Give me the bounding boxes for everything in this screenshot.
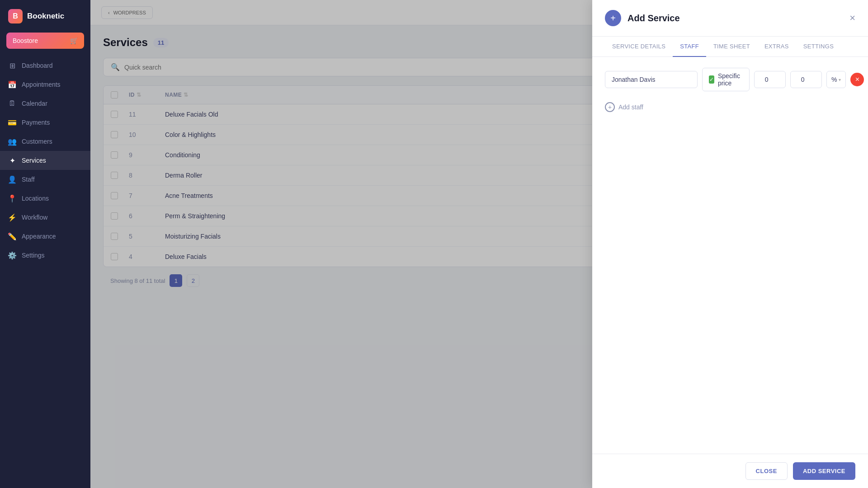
tab-staff[interactable]: STAFF (673, 37, 706, 57)
payments-icon: 💳 (8, 118, 16, 127)
percent-label: % (831, 76, 837, 83)
sidebar-label-dashboard: Dashboard (22, 62, 53, 69)
staff-row: ✓ Specific price % ▾ × (605, 68, 855, 91)
sidebar-label-staff: Staff (22, 176, 35, 183)
sidebar-item-appearance[interactable]: ✏️ Appearance (0, 227, 90, 246)
sidebar-item-calendar[interactable]: 🗓 Calendar (0, 94, 90, 113)
modal-body: ✓ Specific price % ▾ × + Add staff (592, 57, 868, 454)
sidebar-label-customers: Customers (22, 138, 52, 145)
sidebar-item-locations[interactable]: 📍 Locations (0, 189, 90, 208)
sidebar-label-locations: Locations (22, 195, 49, 202)
sidebar: B Booknetic Boostore 🛒 ⊞ Dashboard 📅 App… (0, 0, 90, 488)
add-staff-label: Add staff (618, 103, 643, 111)
sidebar-label-settings: Settings (22, 252, 45, 259)
calendar-icon: 🗓 (8, 99, 16, 108)
services-icon: ✦ (8, 156, 16, 164)
add-service-button[interactable]: ADD SERVICE (793, 462, 855, 480)
sidebar-label-payments: Payments (22, 119, 50, 126)
sidebar-label-workflow: Workflow (22, 214, 47, 221)
specific-price-checkbox[interactable]: ✓ (709, 75, 714, 84)
sidebar-item-settings[interactable]: ⚙️ Settings (0, 246, 90, 265)
sidebar-label-appearance: Appearance (22, 233, 56, 240)
appearance-icon: ✏️ (8, 232, 16, 240)
workflow-icon: ⚡ (8, 213, 16, 221)
remove-staff-button[interactable]: × (850, 73, 864, 86)
close-modal-button[interactable]: × (849, 13, 855, 23)
specific-price-label: Specific price (718, 72, 743, 87)
tab-service-details[interactable]: SERVICE DETAILS (605, 37, 673, 57)
sidebar-label-appointments: Appointments (22, 81, 61, 88)
customers-icon: 👥 (8, 137, 16, 145)
sidebar-label-services: Services (22, 157, 46, 164)
add-staff-button[interactable]: + Add staff (605, 99, 643, 116)
appointments-icon: 📅 (8, 80, 16, 89)
logo-area: B Booknetic (0, 0, 90, 33)
app-name: Booknetic (27, 12, 64, 21)
sidebar-item-staff[interactable]: 👤 Staff (0, 170, 90, 189)
percent-select[interactable]: % ▾ (826, 71, 846, 88)
dashboard-icon: ⊞ (8, 61, 16, 70)
locations-icon: 📍 (8, 194, 16, 202)
modal-tabs: SERVICE DETAILS STAFF TIME SHEET EXTRAS … (592, 37, 868, 57)
sidebar-item-dashboard[interactable]: ⊞ Dashboard (0, 56, 90, 75)
sidebar-nav: ⊞ Dashboard 📅 Appointments 🗓 Calendar 💳 … (0, 56, 90, 265)
price-input-2[interactable] (790, 71, 822, 88)
add-staff-circle-icon: + (605, 102, 615, 112)
sidebar-item-payments[interactable]: 💳 Payments (0, 113, 90, 132)
boostore-button[interactable]: Boostore 🛒 (6, 33, 84, 49)
tab-extras[interactable]: EXTRAS (757, 37, 796, 57)
modal-icon: + (605, 10, 621, 26)
modal-header: + Add Service × (592, 0, 868, 37)
modal-title: Add Service (627, 13, 843, 23)
sidebar-item-appointments[interactable]: 📅 Appointments (0, 75, 90, 94)
sidebar-item-services[interactable]: ✦ Services (0, 151, 90, 170)
tab-time-sheet[interactable]: TIME SHEET (706, 37, 757, 57)
sidebar-item-workflow[interactable]: ⚡ Workflow (0, 208, 90, 227)
logo-icon: B (8, 9, 23, 23)
add-service-modal: + Add Service × SERVICE DETAILS STAFF TI… (592, 0, 868, 488)
specific-price-toggle[interactable]: ✓ Specific price (702, 68, 750, 91)
close-button[interactable]: CLOSE (745, 462, 788, 480)
staff-name-input[interactable] (605, 71, 698, 88)
modal-footer: CLOSE ADD SERVICE (592, 454, 868, 488)
tab-settings[interactable]: SETTINGS (796, 37, 841, 57)
staff-icon: 👤 (8, 175, 16, 183)
sidebar-item-customers[interactable]: 👥 Customers (0, 132, 90, 151)
sidebar-label-calendar: Calendar (22, 100, 47, 107)
price-input-1[interactable] (754, 71, 786, 88)
settings-icon: ⚙️ (8, 251, 16, 259)
